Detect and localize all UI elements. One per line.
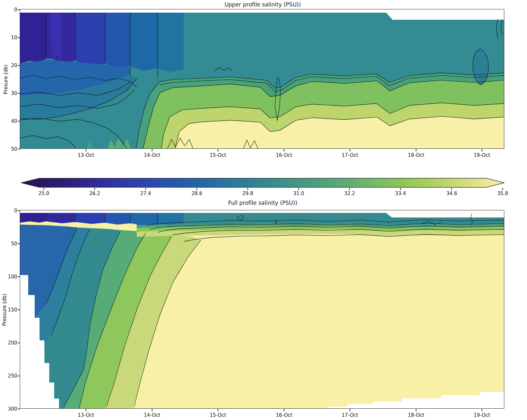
cb-tick-label: 27.4 (133, 191, 159, 196)
bottom-ytick-mark (18, 210, 20, 211)
top-ytick-mark (18, 65, 20, 66)
top-plot-axes (20, 9, 504, 149)
cb-tick-label: 25.0 (31, 191, 57, 196)
cb-tick-label: 28.6 (184, 191, 210, 196)
cb-tick-mark (247, 188, 248, 190)
bottom-ytick-label: 200 (2, 340, 17, 346)
top-ytick-mark (18, 9, 20, 10)
bottom-plot-title: Full profile salinity (PSU)) (20, 200, 505, 206)
bottom-xtick-label: 15-Oct (205, 412, 231, 418)
bottom-contour-plot (20, 210, 504, 408)
bottom-xtick-mark (86, 409, 86, 411)
bottom-xtick-mark (482, 409, 482, 411)
top-xtick-label: 13-Oct (73, 152, 99, 158)
figure-canvas: Upper profile salinity (PSU)) (0, 0, 527, 420)
cb-tick-label: 35.8 (490, 191, 516, 196)
bottom-ylabel: Pressure (db) (2, 284, 7, 336)
bottom-ytick-mark (18, 309, 20, 310)
bottom-xtick-label: 14-Oct (139, 412, 165, 418)
top-xtick-label: 15-Oct (205, 152, 231, 158)
top-xtick-mark (350, 149, 350, 151)
top-xtick-mark (86, 149, 86, 151)
top-xtick-label: 14-Oct (139, 152, 165, 158)
top-ytick-mark (18, 149, 20, 149)
bottom-xtick-label: 19-Oct (469, 412, 495, 418)
top-ytick-label: 40 (2, 118, 17, 124)
cb-tick-label: 33.4 (388, 191, 413, 196)
bottom-ytick-label: 50 (2, 241, 17, 247)
top-ytick-mark (18, 93, 20, 94)
bottom-xtick-label: 18-Oct (403, 412, 429, 418)
cb-tick-mark (43, 188, 44, 190)
bottom-xtick-mark (350, 409, 350, 411)
bottom-xtick-label: 13-Oct (73, 412, 99, 418)
cb-tick-mark (400, 188, 401, 190)
top-ylabel: Presure (db) (3, 53, 9, 105)
top-ytick-label: 0 (2, 7, 17, 13)
top-xtick-label: 19-Oct (469, 152, 495, 158)
top-minimum-dot (57, 56, 58, 58)
cb-tick-mark (94, 188, 95, 190)
bottom-xtick-mark (152, 409, 152, 411)
bottom-xtick-label: 16-Oct (271, 412, 297, 418)
cb-tick-mark (349, 188, 350, 190)
bottom-xtick-mark (284, 409, 284, 411)
top-ytick-label: 10 (2, 35, 17, 41)
cb-tick-label: 31.0 (286, 191, 312, 196)
cb-tick-mark (451, 188, 452, 190)
bottom-ytick-mark (18, 343, 20, 343)
top-xtick-mark (152, 149, 152, 151)
bottom-xtick-label: 17-Oct (337, 412, 363, 418)
top-filled-bands (136, 73, 504, 148)
cb-tick-mark (145, 188, 146, 190)
top-xtick-label: 18-Oct (403, 152, 429, 158)
bottom-minimum-dot (57, 220, 58, 221)
bottom-xtick-mark (218, 409, 218, 411)
top-ytick-mark (18, 37, 20, 38)
cb-tick-label: 34.6 (439, 191, 465, 196)
bottom-ytick-label: 250 (2, 373, 17, 379)
cb-tick-label: 29.8 (235, 191, 261, 196)
bottom-plot-axes (20, 210, 504, 409)
top-plot-title: Upper profile salinity (PSU)) (20, 1, 505, 8)
bottom-ytick-mark (18, 376, 20, 376)
cb-tick-label: 26.2 (82, 191, 108, 196)
bottom-ytick-mark (18, 276, 20, 277)
top-xtick-mark (482, 149, 482, 151)
top-ytick-label: 50 (2, 146, 17, 152)
cb-tick-mark (197, 188, 197, 190)
cb-tick-mark (298, 188, 299, 190)
top-xtick-mark (416, 149, 416, 151)
cb-tick-mark (502, 188, 503, 190)
colorbar-gradient-bar (21, 178, 504, 187)
top-xtick-mark (284, 149, 284, 151)
bottom-ytick-mark (18, 243, 20, 244)
top-xtick-label: 16-Oct (271, 152, 297, 158)
bottom-xtick-mark (416, 409, 416, 411)
top-xtick-mark (218, 149, 218, 151)
bottom-ytick-mark (18, 409, 20, 409)
bottom-ytick-label: 300 (2, 406, 17, 412)
cb-tick-label: 32.2 (337, 191, 363, 196)
top-xtick-label: 17-Oct (337, 152, 363, 158)
colorbar (20, 178, 505, 188)
bottom-ytick-label: 0 (2, 208, 17, 214)
bottom-ytick-label: 100 (2, 274, 17, 280)
top-contour-plot (20, 9, 504, 148)
top-ytick-mark (18, 121, 20, 122)
